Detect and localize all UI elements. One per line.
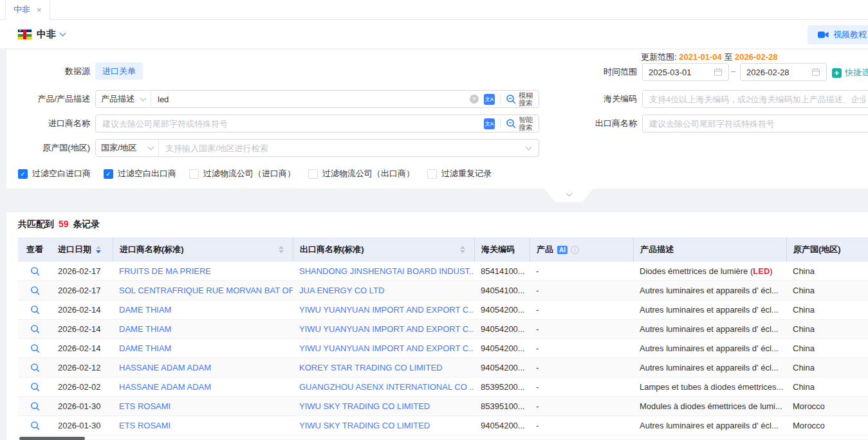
exporter-link[interactable]: YIWU YUANYUAN IMPORT AND EXPORT C... (299, 344, 474, 353)
product-search-input[interactable] (151, 95, 470, 104)
collapse-panel-tab[interactable] (544, 188, 593, 202)
view-record-button[interactable] (30, 324, 40, 334)
chevron-down-icon[interactable] (526, 143, 532, 150)
importer-link[interactable]: DAME THIAM (119, 324, 171, 334)
tab-zhongfei[interactable]: 中非 × (5, 0, 50, 20)
product-value: - (530, 320, 633, 338)
horizontal-scrollbar[interactable] (19, 437, 85, 440)
exporter-link[interactable]: YIWU SKY TRADING CO LIMITED (299, 421, 430, 430)
view-record-button[interactable] (30, 401, 40, 411)
chevron-down-icon[interactable] (60, 30, 66, 36)
column-import-date[interactable]: 进口日期 (51, 237, 113, 262)
origin-type-select[interactable]: 国家/地区 (96, 140, 159, 156)
exporter-link[interactable]: YIWU YUANYUAN IMPORT AND EXPORT C... (299, 305, 474, 315)
view-record-button[interactable] (30, 382, 40, 392)
results-summary: 共匹配到 59 条记录 (18, 219, 868, 230)
filter-checkbox-item[interactable]: ✓过滤空白出口商 (104, 168, 176, 179)
sort-caret-up[interactable] (279, 246, 284, 249)
exporter-link[interactable]: SHANDONG JINSHENGTAI BOARD INDUST... (299, 266, 474, 276)
product-value: - (530, 378, 633, 396)
sort-control-exporter[interactable] (460, 246, 465, 253)
hs-code-input[interactable] (642, 90, 868, 108)
calendar-icon (811, 68, 820, 77)
exporter-link[interactable]: YIWU YUANYUAN IMPORT AND EXPORT C... (299, 324, 474, 334)
view-record-button[interactable] (30, 305, 40, 315)
product-description: Autres luminaires et appareils d' écl... (633, 320, 786, 338)
date-range-separator: – (731, 66, 735, 76)
end-date-picker[interactable]: 2026-02-28 (740, 63, 827, 81)
magnifier-icon (30, 344, 40, 353)
exporter-link[interactable]: JUA ENERGY CO LTD (299, 286, 384, 295)
importer-link[interactable]: FRUITS DE MA PRIERE (119, 266, 211, 276)
checkbox-unchecked-icon[interactable] (427, 169, 437, 179)
hs-code-label: 海关编码 (547, 90, 637, 108)
table-row: 2026-02-12 HASSANE ADAM ADAM KOREY STAR … (18, 358, 868, 378)
sort-caret-down[interactable] (279, 250, 284, 253)
importer-name-input[interactable] (96, 119, 484, 129)
column-view: 查看 (18, 237, 51, 262)
fuzzy-search-button[interactable]: 模糊搜索 (506, 91, 539, 107)
importer-link[interactable]: ETS ROSAMI (119, 401, 171, 411)
column-importer[interactable]: 进口商名称(标准) (113, 237, 293, 262)
country-name[interactable]: 中非 (37, 28, 56, 41)
translate-icon[interactable]: 文A (484, 118, 495, 129)
table-header: 查看 进口日期 进口商名称(标准) 出口商名称(标准) (18, 237, 868, 262)
results-panel: 共匹配到 59 条记录 查看 进口日期 进口商名称(标准) (6, 212, 868, 440)
tab-close-icon[interactable]: × (37, 6, 42, 14)
column-importer-label: 进口商名称(标准) (120, 244, 184, 255)
column-exporter[interactable]: 出口商名称(标准) (293, 237, 474, 262)
column-exporter-label: 出口商名称(标准) (300, 244, 364, 255)
product-value: - (530, 300, 633, 319)
exporter-link[interactable]: GUANGZHOU ASENX INTERNATIONAL CO ... (299, 382, 474, 392)
importer-link[interactable]: DAME THIAM (119, 305, 171, 315)
origin-country: China (786, 358, 868, 377)
checkbox-checked-icon[interactable]: ✓ (104, 169, 113, 179)
table-row: 2026-01-30 ETS ROSAMI YIWU SKY TRADING C… (18, 416, 868, 435)
sort-caret-up[interactable] (96, 246, 101, 249)
magnifier-icon (30, 286, 40, 295)
origin-country: China (786, 339, 868, 358)
sort-caret-up[interactable] (460, 246, 465, 249)
divider (500, 118, 501, 129)
checkbox-unchecked-icon[interactable] (308, 169, 318, 179)
update-range: 更新范围: 2021-01-04 至 2026-02-28 (641, 51, 778, 63)
product-value: - (530, 416, 633, 435)
clear-input-icon[interactable]: × (470, 95, 479, 104)
exporter-name-input[interactable] (642, 115, 868, 133)
sort-caret-down[interactable] (460, 250, 465, 253)
product-type-select[interactable]: 产品描述 (96, 91, 151, 107)
view-record-button[interactable] (30, 266, 40, 276)
info-icon[interactable]: i (571, 246, 579, 254)
view-record-button[interactable] (30, 286, 40, 295)
origin-country-input[interactable] (159, 143, 526, 153)
quick-select-button[interactable]: 快捷选 (832, 67, 868, 78)
exporter-link[interactable]: KOREY STAR TRADING CO LIMITED (299, 363, 442, 372)
column-origin-label: 原产国(地区) (793, 244, 841, 255)
exporter-link[interactable]: YIWU SKY TRADING CO LIMITED (299, 401, 430, 411)
checkbox-label: 过滤重复记录 (441, 168, 492, 179)
desc-pre: Autres luminaires et appareils d' écl... (640, 363, 779, 372)
importer-link[interactable]: SOL CENTRAFRIQUE RUE MORVAN BAT OF... (119, 286, 293, 295)
sort-control-importer[interactable] (279, 246, 284, 253)
filter-checkbox-item[interactable]: 过滤物流公司（出口商） (308, 168, 414, 179)
smart-search-button[interactable]: 智能搜索 (506, 116, 539, 131)
importer-link[interactable]: DAME THIAM (119, 344, 171, 353)
importer-label: 进口商名称 (6, 115, 90, 133)
filter-checkbox-item[interactable]: 过滤物流公司（进口商） (189, 168, 295, 179)
filter-checkbox-item[interactable]: ✓过滤空白进口商 (18, 168, 91, 179)
translate-icon[interactable]: 文A (484, 94, 495, 105)
video-tutorial-button[interactable]: 视频教程 (808, 25, 868, 44)
importer-link[interactable]: ETS ROSAMI (119, 421, 171, 430)
checkbox-unchecked-icon[interactable] (189, 169, 199, 179)
importer-link[interactable]: HASSANE ADAM ADAM (119, 363, 211, 372)
desc-pre: Lampes et tubes à diodes émettrices... (640, 382, 783, 392)
sort-control-date[interactable] (96, 246, 101, 253)
view-record-button[interactable] (30, 344, 40, 353)
sort-caret-down-active[interactable] (96, 250, 101, 253)
view-record-button[interactable] (30, 363, 40, 372)
importer-link[interactable]: HASSANE ADAM ADAM (119, 382, 211, 392)
checkbox-checked-icon[interactable]: ✓ (18, 169, 28, 179)
view-record-button[interactable] (30, 421, 40, 430)
start-date-picker[interactable]: 2025-03-01 (642, 63, 729, 81)
filter-checkbox-item[interactable]: 过滤重复记录 (427, 168, 492, 179)
